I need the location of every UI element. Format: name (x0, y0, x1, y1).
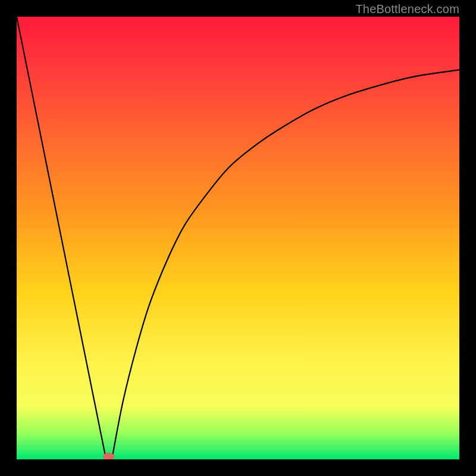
chart-frame (17, 17, 459, 459)
watermark-text: TheBottleneck.com (355, 2, 459, 16)
chart-background (17, 17, 459, 459)
bottleneck-chart (17, 17, 459, 459)
